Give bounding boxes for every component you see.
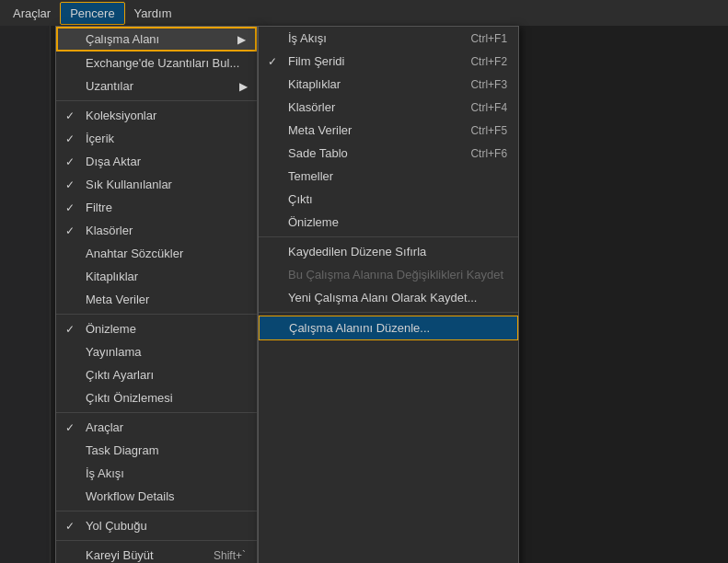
cikti-ayarlari-label: Çıktı Ayarları — [86, 368, 154, 382]
menu-item-degisiklikleri: Bu Çalışma Alanına Değişiklikleri Kaydet — [259, 263, 518, 286]
menu-item-meta-sub[interactable]: Meta Veriler Ctrl+F5 — [259, 119, 518, 142]
menu-item-is-akisi-sub[interactable]: İş Akışı Ctrl+F1 — [259, 27, 518, 50]
secondary-dropdown: İş Akışı Ctrl+F1 ✓ Film Şeridi Ctrl+F2 K… — [258, 26, 519, 563]
check-klasorler-icon: ✓ — [65, 224, 75, 237]
anahtar-label: Anahtar Sözcükler — [86, 247, 183, 260]
submenu-arrow-icon: ▶ — [237, 33, 246, 46]
sade-tablo-label: Sade Tablo — [288, 146, 348, 160]
menu-item-disa-aktar[interactable]: ✓ Dışa Aktar — [56, 150, 257, 173]
check-sik-icon: ✓ — [65, 178, 75, 191]
kaydedilen-label: Kaydedilen Düzene Sıfırla — [288, 245, 426, 259]
onizleme-sub-label: Önizleme — [288, 215, 339, 229]
menu-item-exchange[interactable]: Exchange'de Uzantıları Bul... — [56, 52, 257, 75]
separator-4 — [56, 511, 257, 511]
menu-item-klasorler-sub[interactable]: Klasörler Ctrl+F4 — [259, 96, 518, 119]
menu-item-uzantilar[interactable]: Uzantılar ▶ — [56, 75, 257, 98]
menu-item-kareyi-buyut[interactable]: Kareyi Büyüt Shift+` — [56, 544, 257, 563]
menu-item-icerik[interactable]: ✓ İçerik — [56, 127, 257, 150]
meta-shortcut: Ctrl+F5 — [470, 124, 507, 137]
calisma-alani-duzenle-label: Çalışma Alanını Düzenle... — [289, 321, 430, 335]
check-yol-icon: ✓ — [65, 520, 75, 533]
menu-item-cikti-onizleme[interactable]: Çıktı Önizlemesi — [56, 386, 257, 409]
secondary-separator-1 — [259, 236, 518, 237]
calisma-alani-label: Çalışma Alanı — [86, 32, 159, 46]
meta-sub-label: Meta Veriler — [288, 123, 352, 137]
menubar-item-pencere[interactable]: Pencere — [60, 2, 124, 25]
menu-item-workflow-details[interactable]: Workflow Details — [56, 485, 257, 508]
uzantilar-arrow-icon: ▶ — [239, 80, 248, 93]
menu-item-onizleme[interactable]: ✓ Önizleme — [56, 317, 257, 340]
menu-item-koleksiyonlar[interactable]: ✓ Koleksiyonlar — [56, 104, 257, 127]
exchange-label: Exchange'de Uzantıları Bul... — [86, 56, 239, 70]
menu-item-temeller[interactable]: Temeller — [259, 165, 518, 188]
left-panel — [0, 26, 51, 563]
is-akisi-main-label: İş Akışı — [86, 466, 124, 480]
disa-aktar-label: Dışa Aktar — [86, 155, 141, 168]
yeni-alan-label: Yeni Çalışma Alanı Olarak Kaydet... — [288, 291, 477, 304]
menu-item-anahtar[interactable]: Anahtar Sözcükler — [56, 242, 257, 265]
workflow-details-label: Workflow Details — [86, 489, 175, 503]
menu-item-yeni-alan[interactable]: Yeni Çalışma Alanı Olarak Kaydet... — [259, 286, 518, 309]
separator-1 — [56, 100, 257, 101]
check-icerik-icon: ✓ — [65, 132, 75, 145]
menubar-item-araclar[interactable]: Araçlar — [4, 3, 60, 24]
sade-tablo-shortcut: Ctrl+F6 — [470, 147, 507, 160]
menu-item-task-diagram[interactable]: Task Diagram — [56, 439, 257, 462]
menu-item-film-seridi[interactable]: ✓ Film Şeridi Ctrl+F2 — [259, 50, 518, 73]
is-akisi-shortcut: Ctrl+F1 — [470, 32, 507, 45]
menu-item-calisma-alani-duzenle[interactable]: Çalışma Alanını Düzenle... — [259, 316, 518, 340]
onizleme-label: Önizleme — [86, 322, 136, 336]
separator-5 — [56, 540, 257, 541]
yayinlama-label: Yayınlama — [86, 345, 141, 359]
uzantilar-label: Uzantılar — [86, 79, 133, 93]
primary-dropdown: Çalışma Alanı ▶ Exchange'de Uzantıları B… — [55, 26, 258, 563]
is-akisi-sub-label: İş Akışı — [288, 31, 327, 45]
filtre-label: Filtre — [86, 201, 112, 214]
klasorler-shortcut: Ctrl+F4 — [470, 101, 507, 114]
task-diagram-label: Task Diagram — [86, 443, 158, 457]
secondary-separator-2 — [259, 312, 518, 313]
menu-item-klasorler[interactable]: ✓ Klasörler — [56, 219, 257, 242]
check-koleksiyonlar-icon: ✓ — [65, 109, 75, 122]
kitapliklar-shortcut: Ctrl+F3 — [470, 78, 507, 91]
dropdown-container: Çalışma Alanı ▶ Exchange'de Uzantıları B… — [55, 26, 519, 563]
menu-item-cikti-ayarlari[interactable]: Çıktı Ayarları — [56, 363, 257, 386]
menubar-item-yardim[interactable]: Yardım — [125, 3, 181, 24]
menu-item-sade-tablo[interactable]: Sade Tablo Ctrl+F6 — [259, 142, 518, 165]
kareyi-buyut-shortcut: Shift+` — [214, 549, 246, 562]
meta-label: Meta Veriler — [86, 293, 149, 306]
menu-item-yayinlama[interactable]: Yayınlama — [56, 340, 257, 363]
check-filtre-icon: ✓ — [65, 201, 75, 214]
menu-item-sik-kullanilanlar[interactable]: ✓ Sık Kullanılanlar — [56, 173, 257, 196]
menu-item-onizleme-sub[interactable]: Önizleme — [259, 211, 518, 234]
check-onizleme-icon: ✓ — [65, 323, 75, 336]
film-seridi-label: Film Şeridi — [288, 54, 344, 68]
kitapliklar-sub-label: Kitaplıklar — [288, 77, 341, 91]
separator-2 — [56, 314, 257, 315]
cikti-label: Çıktı — [288, 192, 313, 206]
koleksiyonlar-label: Koleksiyonlar — [86, 109, 156, 122]
menu-item-kitapliklar[interactable]: Kitaplıklar — [56, 265, 257, 288]
menu-item-cikti[interactable]: Çıktı — [259, 188, 518, 211]
yol-cubugu-label: Yol Çubuğu — [86, 519, 147, 533]
menu-item-yol-cubugu[interactable]: ✓ Yol Çubuğu — [56, 514, 257, 537]
degisiklikleri-label: Bu Çalışma Alanına Değişiklikleri Kaydet — [288, 268, 503, 282]
klasorler-sub-label: Klasörler — [288, 100, 335, 114]
cikti-onizleme-label: Çıktı Önizlemesi — [86, 391, 173, 405]
menu-item-is-akisi-main[interactable]: İş Akışı — [56, 462, 257, 485]
check-disa-aktar-icon: ✓ — [65, 155, 75, 168]
film-seridi-shortcut: Ctrl+F2 — [470, 55, 507, 68]
menu-item-kaydedilen[interactable]: Kaydedilen Düzene Sıfırla — [259, 240, 518, 263]
menu-item-kitapliklar-sub[interactable]: Kitaplıklar Ctrl+F3 — [259, 73, 518, 96]
menu-item-meta[interactable]: Meta Veriler — [56, 288, 257, 311]
araclar-check-label: Araçlar — [86, 420, 123, 434]
menu-item-calisma-alani[interactable]: Çalışma Alanı ▶ — [56, 27, 257, 52]
check-film-icon: ✓ — [268, 55, 277, 68]
menu-item-filtre[interactable]: ✓ Filtre — [56, 196, 257, 219]
separator-3 — [56, 412, 257, 413]
check-araclar-icon: ✓ — [65, 421, 75, 434]
kitapliklar-label: Kitaplıklar — [86, 270, 138, 283]
menu-item-araclar-check[interactable]: ✓ Araçlar — [56, 416, 257, 439]
sik-kullanilanlar-label: Sık Kullanılanlar — [86, 178, 172, 191]
klasorler-label: Klasörler — [86, 224, 133, 237]
